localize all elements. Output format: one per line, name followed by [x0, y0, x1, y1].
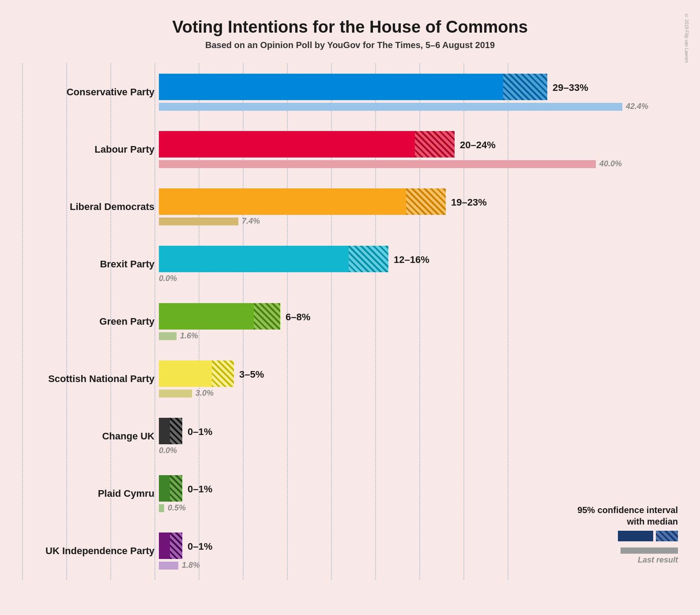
party-label: Liberal Democrats	[22, 201, 154, 213]
bar-solid	[159, 418, 170, 444]
bar-hatch	[415, 131, 455, 158]
main-bar-row: 19–23%	[159, 188, 678, 217]
bars-wrapper: 20–24%40.0%	[159, 121, 678, 178]
copyright-text: © 2019 Filip van Laenen	[684, 13, 689, 63]
last-result-solid	[159, 103, 622, 111]
last-result-label: 42.4%	[626, 102, 648, 111]
last-result-label: 1.6%	[180, 331, 198, 341]
last-result-row: 42.4%	[159, 102, 678, 111]
bar-hatch	[170, 418, 182, 444]
chart-area: Conservative Party29–33%42.4%Labour Part…	[22, 64, 678, 580]
legend-last-bar	[621, 548, 678, 554]
main-bar-row: 6–8%	[159, 303, 678, 331]
bar-solid	[159, 188, 406, 215]
chart-subtitle: Based on an Opinion Poll by YouGov for T…	[22, 40, 678, 50]
main-bar	[159, 74, 547, 100]
party-label: Conservative Party	[22, 86, 154, 98]
last-result-bar	[159, 332, 177, 340]
party-label: Change UK	[22, 431, 154, 442]
last-result-solid	[159, 390, 192, 398]
bars-wrapper: 3–5%3.0%	[159, 350, 678, 408]
bar-solid	[159, 360, 212, 387]
bar-solid	[159, 74, 503, 100]
last-result-row: 3.0%	[159, 389, 678, 398]
last-result-bar	[159, 103, 622, 111]
range-label: 3–5%	[239, 369, 264, 380]
bar-solid	[159, 303, 254, 330]
party-label: UK Independence Party	[22, 545, 154, 557]
legend-title: 95% confidence intervalwith median	[577, 504, 678, 527]
main-bar	[159, 188, 446, 215]
main-bar	[159, 475, 182, 502]
range-label: 20–24%	[460, 139, 496, 151]
range-label: 0–1%	[188, 484, 212, 495]
last-result-bar	[159, 562, 178, 570]
legend-hatch-bar	[656, 531, 678, 541]
legend-solid-bar	[618, 531, 653, 541]
bar-solid	[159, 475, 170, 502]
last-result-row: 1.6%	[159, 331, 678, 341]
last-result-row: 40.0%	[159, 159, 678, 169]
bar-row: Brexit Party12–16%0.0%	[159, 236, 678, 293]
bars-wrapper: 29–33%42.4%	[159, 64, 678, 121]
bar-row: Conservative Party29–33%42.4%	[159, 64, 678, 121]
range-label: 19–23%	[451, 197, 487, 208]
bar-hatch	[170, 475, 182, 502]
last-result-row: 7.4%	[159, 217, 678, 226]
main-bar-row: 12–16%	[159, 246, 678, 274]
main-bar-row: 29–33%	[159, 74, 678, 102]
bar-hatch	[170, 532, 182, 559]
bar-solid	[159, 246, 349, 272]
range-label: 29–33%	[553, 82, 588, 94]
range-label: 0–1%	[188, 426, 212, 438]
bar-row: Liberal Democrats19–23%7.4%	[159, 178, 678, 236]
bar-hatch	[349, 246, 388, 272]
bar-solid	[159, 131, 415, 158]
last-result-label: 0.0%	[159, 274, 177, 283]
last-result-solid	[159, 160, 596, 168]
bars-wrapper: 6–8%1.6%	[159, 293, 678, 350]
last-result-row: 0.0%	[159, 446, 678, 455]
main-bar	[159, 360, 234, 387]
main-bar-row: 0–1%	[159, 418, 678, 446]
main-bar	[159, 532, 182, 559]
bars-wrapper: 12–16%0.0%	[159, 236, 678, 293]
bar-row: Labour Party20–24%40.0%	[159, 121, 678, 178]
last-result-bar	[159, 504, 164, 512]
last-result-row: 0.0%	[159, 274, 678, 283]
legend-last-row	[577, 545, 678, 554]
bar-solid	[159, 532, 170, 559]
bars-container: Conservative Party29–33%42.4%Labour Part…	[159, 64, 678, 580]
legend-last-label: Last result	[638, 555, 678, 565]
legend: 95% confidence intervalwith median Last …	[577, 504, 678, 566]
last-result-label: 0.0%	[159, 446, 177, 455]
legend-ci-row	[577, 531, 678, 541]
party-label: Green Party	[22, 316, 154, 327]
bar-hatch	[503, 74, 547, 100]
range-label: 0–1%	[188, 541, 212, 552]
chart-title: Voting Intentions for the House of Commo…	[22, 18, 678, 37]
party-label: Labour Party	[22, 144, 154, 155]
last-result-solid	[159, 504, 164, 512]
party-label: Plaid Cymru	[22, 488, 154, 499]
legend-last-label-row: Last result	[577, 555, 678, 565]
main-bar-row: 0–1%	[159, 475, 678, 503]
last-result-label: 7.4%	[242, 217, 260, 226]
last-result-bar	[159, 160, 596, 168]
main-bar	[159, 418, 182, 444]
bar-row: Green Party6–8%1.6%	[159, 293, 678, 350]
last-result-label: 40.0%	[599, 159, 622, 169]
main-bar-row: 3–5%	[159, 360, 678, 389]
last-result-label: 0.5%	[168, 503, 186, 513]
chart-container: © 2019 Filip van Laenen Voting Intention…	[9, 9, 691, 593]
last-result-solid	[159, 218, 238, 225]
range-label: 6–8%	[286, 311, 310, 323]
last-result-label: 3.0%	[196, 389, 214, 398]
last-result-solid	[159, 562, 178, 570]
last-result-bar	[159, 218, 238, 225]
last-result-solid	[159, 332, 177, 340]
bar-hatch	[254, 303, 280, 330]
last-result-label: 1.8%	[182, 561, 200, 570]
last-result-bar	[159, 390, 192, 398]
bar-hatch	[406, 188, 446, 215]
